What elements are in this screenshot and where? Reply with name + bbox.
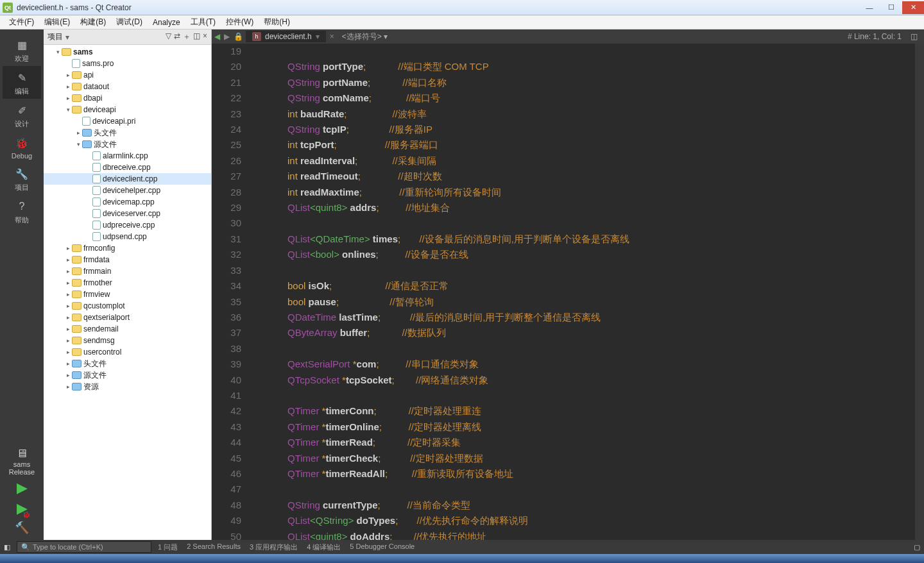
tree-node[interactable]: ▸frmview bbox=[44, 289, 211, 300]
menu-4[interactable]: Analyze bbox=[148, 18, 185, 27]
expander-icon[interactable]: ▸ bbox=[64, 256, 72, 263]
windows-taskbar[interactable] bbox=[0, 554, 924, 563]
expander-icon[interactable]: ▸ bbox=[64, 280, 72, 286]
expander-icon[interactable]: ▾ bbox=[54, 49, 62, 55]
expander-icon[interactable]: ▸ bbox=[64, 268, 72, 274]
expander-icon[interactable]: ▾ bbox=[64, 106, 72, 113]
tree-node[interactable]: deviceapi.pri bbox=[44, 115, 211, 127]
output-pane-3[interactable]: 4 编译输出 bbox=[307, 542, 341, 552]
tree-node[interactable]: ▾sams bbox=[44, 46, 211, 58]
filter-icon[interactable]: ▽ bbox=[166, 31, 171, 42]
src-icon bbox=[92, 221, 101, 230]
tree-node[interactable]: ▸frmother bbox=[44, 277, 211, 289]
tree-node[interactable]: ▸头文件 bbox=[44, 127, 211, 139]
output-pane-0[interactable]: 1 问题 bbox=[158, 542, 178, 552]
output-close-icon[interactable]: ▢ bbox=[914, 543, 920, 551]
project-tree[interactable]: ▾samssams.pro▸api▸dataout▸dbapi▾deviceap… bbox=[44, 45, 211, 540]
mode-设计[interactable]: ✐设计 bbox=[3, 99, 41, 131]
expander-icon[interactable]: ▸ bbox=[64, 326, 72, 332]
expander-icon[interactable]: ▸ bbox=[74, 130, 82, 136]
lock-icon[interactable]: 🔒 bbox=[234, 32, 243, 41]
output-pane-4[interactable]: 5 Debugger Console bbox=[350, 542, 415, 552]
menu-5[interactable]: 工具(T) bbox=[185, 17, 221, 28]
nav-fwd-icon[interactable]: ▶ bbox=[224, 32, 230, 41]
close-pane-icon[interactable]: × bbox=[203, 31, 207, 42]
tree-node[interactable]: dbreceive.cpp bbox=[44, 162, 211, 173]
mode-欢迎[interactable]: ▦欢迎 bbox=[3, 33, 41, 66]
symbol-selector[interactable]: <选择符号> ▾ bbox=[342, 31, 388, 42]
tree-node[interactable]: ▸资源 bbox=[44, 381, 211, 392]
nav-back-icon[interactable]: ◀ bbox=[214, 32, 220, 41]
kit-monitor-icon: 🖥 bbox=[4, 447, 40, 460]
tree-node[interactable]: alarmlink.cpp bbox=[44, 150, 211, 162]
expander-icon[interactable]: ▸ bbox=[64, 95, 72, 101]
output-pane-2[interactable]: 3 应用程序输出 bbox=[250, 542, 298, 552]
expander-icon[interactable]: ▸ bbox=[64, 360, 72, 367]
tree-node[interactable]: ▸frmconfig bbox=[44, 242, 211, 254]
expander-icon[interactable]: ▸ bbox=[64, 383, 72, 390]
expander-icon[interactable]: ▸ bbox=[64, 314, 72, 321]
add-icon[interactable]: ＋ bbox=[183, 31, 191, 42]
tree-node[interactable]: udpreceive.cpp bbox=[44, 219, 211, 231]
tree-node[interactable]: ▸usercontrol bbox=[44, 346, 211, 358]
menu-3[interactable]: 调试(D) bbox=[111, 17, 148, 28]
tree-node[interactable]: deviceserver.cpp bbox=[44, 208, 211, 219]
tree-node[interactable]: deviceclient.cpp bbox=[44, 173, 211, 185]
output-pane-1[interactable]: 2 Search Results bbox=[187, 542, 241, 552]
tree-node[interactable]: ▸sendmsg bbox=[44, 335, 211, 346]
expander-icon[interactable]: ▸ bbox=[64, 245, 72, 251]
tree-node[interactable]: sams.pro bbox=[44, 58, 211, 69]
build-button[interactable]: 🔨 bbox=[15, 521, 29, 535]
tree-node[interactable]: udpsend.cpp bbox=[44, 231, 211, 242]
menu-1[interactable]: 编辑(E) bbox=[39, 17, 75, 28]
src-icon bbox=[92, 186, 101, 195]
tree-node[interactable]: ▸dbapi bbox=[44, 92, 211, 104]
tree-node[interactable]: ▸api bbox=[44, 69, 211, 81]
mode-帮助[interactable]: ?帮助 bbox=[3, 195, 41, 228]
tree-node[interactable]: devicemap.cpp bbox=[44, 196, 211, 208]
tree-node[interactable]: ▸sendemail bbox=[44, 323, 211, 335]
window-minimize-button[interactable]: — bbox=[859, 1, 880, 14]
tree-node[interactable]: ▸源文件 bbox=[44, 369, 211, 381]
locator-input[interactable]: 🔍 Type to locate (Ctrl+K) bbox=[17, 541, 151, 553]
expander-icon[interactable]: ▸ bbox=[64, 291, 72, 298]
expander-icon[interactable]: ▸ bbox=[64, 72, 72, 78]
tree-node[interactable]: ▾deviceapi bbox=[44, 104, 211, 115]
sidebar-toggle-icon[interactable]: ◧ bbox=[4, 543, 10, 551]
split-editor-icon[interactable]: ◫ bbox=[911, 32, 918, 41]
mode-icon: 🐞 bbox=[14, 135, 30, 151]
menu-0[interactable]: 文件(F) bbox=[4, 17, 39, 28]
expander-icon[interactable]: ▾ bbox=[74, 141, 82, 147]
run-button[interactable]: ▶ bbox=[17, 480, 28, 496]
expander-icon[interactable]: ▸ bbox=[64, 337, 72, 344]
menu-7[interactable]: 帮助(H) bbox=[259, 17, 295, 28]
tree-node[interactable]: ▾源文件 bbox=[44, 139, 211, 150]
tree-node[interactable]: ▸frmdata bbox=[44, 254, 211, 265]
window-close-button[interactable]: ✕ bbox=[902, 1, 924, 14]
code-editor[interactable]: QString portType; //端口类型 COM TCPQString … bbox=[249, 44, 915, 540]
editor-scrollbar[interactable] bbox=[915, 44, 924, 540]
tree-node[interactable]: ▸dataout bbox=[44, 81, 211, 92]
tree-node[interactable]: ▸头文件 bbox=[44, 358, 211, 369]
split-icon[interactable]: ◫ bbox=[193, 31, 200, 42]
expander-icon[interactable]: ▸ bbox=[64, 349, 72, 355]
mode-项目[interactable]: 🔧项目 bbox=[3, 162, 41, 195]
tree-node[interactable]: devicehelper.cpp bbox=[44, 185, 211, 196]
link-icon[interactable]: ⇄ bbox=[174, 31, 180, 42]
mode-Debug[interactable]: 🐞Debug bbox=[3, 131, 41, 162]
menu-6[interactable]: 控件(W) bbox=[221, 17, 259, 28]
mode-bar: ▦欢迎✎编辑✐设计🐞Debug🔧项目?帮助 🖥 sams Release ▶ ▶… bbox=[0, 29, 44, 540]
expander-icon[interactable]: ▸ bbox=[64, 372, 72, 378]
tree-node[interactable]: ▸qextserialport bbox=[44, 312, 211, 323]
expander-icon[interactable]: ▸ bbox=[64, 83, 72, 90]
tree-node[interactable]: ▸qcustomplot bbox=[44, 300, 211, 312]
expander-icon[interactable]: ▸ bbox=[64, 303, 72, 309]
kit-selector[interactable]: 🖥 sams Release bbox=[4, 447, 40, 476]
editor-tab[interactable]: h deviceclient.h ▾ bbox=[246, 31, 326, 42]
menu-2[interactable]: 构建(B) bbox=[75, 17, 111, 28]
tab-close-icon[interactable]: × bbox=[330, 32, 334, 41]
run-debug-button[interactable]: ▶🐞 bbox=[17, 500, 28, 517]
tree-node[interactable]: ▸frmmain bbox=[44, 265, 211, 277]
mode-编辑[interactable]: ✎编辑 bbox=[3, 66, 41, 99]
window-maximize-button[interactable]: ☐ bbox=[880, 1, 902, 14]
